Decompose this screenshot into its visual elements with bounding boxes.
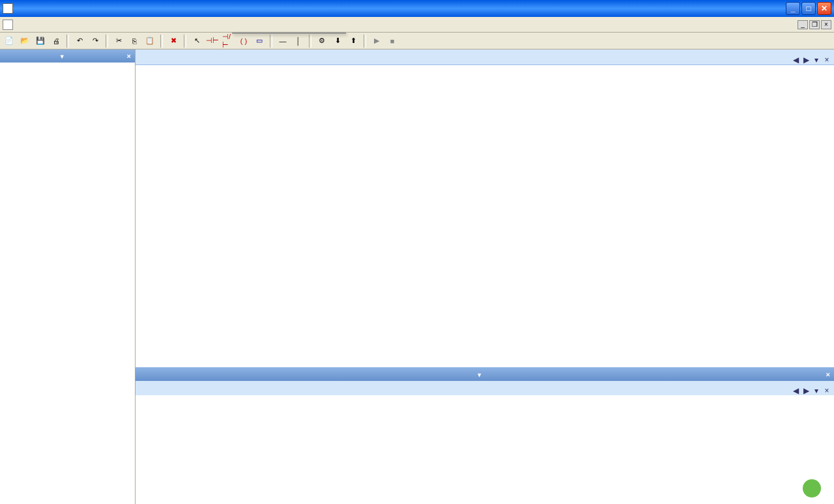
undo-button[interactable]: ↶ xyxy=(73,35,86,48)
copy-button[interactable]: ⎘ xyxy=(128,35,141,48)
status-tab-close[interactable]: × xyxy=(822,386,831,395)
mdi-minimize-button[interactable]: _ xyxy=(798,20,808,29)
pin-icon[interactable] xyxy=(59,51,68,61)
coil-button[interactable]: ( ) xyxy=(237,35,250,48)
document-tabs: ◀ ▶ ▾ × xyxy=(136,49,834,65)
status-panel: × ◀ ▶ ▾ × xyxy=(136,367,834,504)
doc-icon xyxy=(3,20,13,30)
download-button[interactable]: ⬇ xyxy=(331,35,344,48)
status-panel-header: × xyxy=(136,368,834,381)
status-pin-icon[interactable] xyxy=(476,370,485,379)
close-button[interactable]: ✕ xyxy=(817,2,831,15)
new-button[interactable]: 📄 xyxy=(3,35,16,48)
ladder-diagram xyxy=(149,89,821,367)
redo-button[interactable]: ↷ xyxy=(89,35,102,48)
ladder-editor[interactable] xyxy=(136,65,834,367)
contact-nc-button[interactable]: ⊣/⊢ xyxy=(222,35,235,48)
upload-button[interactable]: ⬆ xyxy=(347,35,360,48)
fb-button[interactable]: ▭ xyxy=(253,35,266,48)
help-dropdown xyxy=(232,33,346,34)
mdi-restore-button[interactable]: ❐ xyxy=(809,20,820,29)
project-panel-header: × xyxy=(0,49,135,63)
project-tree[interactable] xyxy=(0,63,135,504)
project-sidebar: × xyxy=(0,49,136,504)
run-button[interactable]: ▶ xyxy=(370,35,383,48)
window-titlebar: _ □ ✕ xyxy=(0,0,834,17)
tab-scroll-right[interactable]: ▶ xyxy=(801,55,811,64)
stop-button[interactable]: ■ xyxy=(386,35,399,48)
status-tab-left[interactable]: ◀ xyxy=(791,386,800,395)
maximize-button[interactable]: □ xyxy=(801,2,816,15)
hline-button[interactable]: — xyxy=(276,35,289,48)
vline-button[interactable]: │ xyxy=(292,35,305,48)
contact-no-button[interactable]: ⊣⊢ xyxy=(206,35,219,48)
delete-button[interactable]: ✖ xyxy=(167,35,180,48)
cut-button[interactable]: ✂ xyxy=(112,35,125,48)
paste-button[interactable]: 📋 xyxy=(143,35,156,48)
minimize-button[interactable]: _ xyxy=(786,2,800,15)
mdi-close-button[interactable]: × xyxy=(821,20,831,29)
tab-scroll-left[interactable]: ◀ xyxy=(791,55,800,64)
menubar: _ ❐ × xyxy=(0,17,834,33)
app-icon xyxy=(3,3,13,14)
tab-list-button[interactable]: ▾ xyxy=(812,55,821,64)
status-tab-right[interactable]: ▶ xyxy=(801,386,811,395)
toolbar: 📄 📂 💾 🖨 ↶ ↷ ✂ ⎘ 📋 ✖ ↖ ⊣⊢ ⊣/⊢ ( ) ▭ — │ ⚙… xyxy=(0,33,834,49)
status-tab-list[interactable]: ▾ xyxy=(812,386,821,395)
compile-button[interactable]: ⚙ xyxy=(315,35,328,48)
print-button[interactable]: 🖨 xyxy=(50,35,63,48)
status-close-button[interactable]: × xyxy=(826,371,830,378)
panel-close-button[interactable]: × xyxy=(127,52,131,60)
status-tabs: ◀ ▶ ▾ × xyxy=(136,381,834,395)
save-button[interactable]: 💾 xyxy=(34,35,47,48)
open-button[interactable]: 📂 xyxy=(18,35,31,48)
tab-close-button[interactable]: × xyxy=(822,55,831,64)
pointer-button[interactable]: ↖ xyxy=(190,35,203,48)
